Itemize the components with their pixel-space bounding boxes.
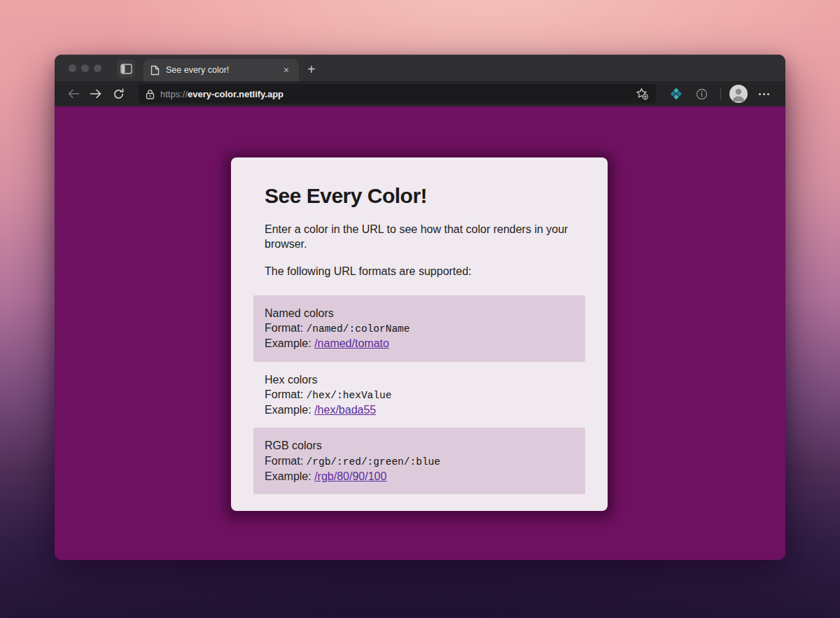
- example-label: Example:: [265, 337, 314, 349]
- new-tab-button[interactable]: +: [307, 62, 316, 76]
- page-viewport: See Every Color! Enter a color in the UR…: [55, 106, 785, 560]
- reload-icon: [113, 88, 125, 100]
- page-icon: [150, 65, 160, 76]
- format-item-name: Hex colors: [265, 372, 574, 387]
- lock-icon: [146, 89, 155, 99]
- teal-diamond-icon: [670, 87, 682, 100]
- page-title: See Every Color!: [265, 184, 574, 208]
- forward-button[interactable]: [87, 85, 105, 103]
- window-controls: [69, 55, 102, 81]
- back-button[interactable]: [64, 85, 83, 103]
- navigation-toolbar: https:// every-color.netlify.app: [55, 81, 785, 106]
- tab-close-icon[interactable]: ×: [281, 64, 292, 76]
- back-arrow-icon: [67, 89, 80, 99]
- example-label: Example:: [265, 404, 314, 416]
- extension-icon[interactable]: [666, 85, 687, 103]
- url-scheme: https://: [160, 89, 188, 99]
- minimize-window-button[interactable]: [81, 64, 89, 72]
- desktop-background: See every color! × +: [0, 0, 840, 618]
- format-code: /rgb/:red/:green/:blue: [307, 456, 440, 468]
- example-label: Example:: [265, 470, 314, 482]
- zoom-window-button[interactable]: [94, 64, 102, 72]
- more-menu-icon[interactable]: [752, 93, 776, 95]
- address-bar[interactable]: https:// every-color.netlify.app: [139, 84, 656, 104]
- url-host: every-color.netlify.app: [188, 89, 284, 99]
- example-line: Example: /hex/bada55: [265, 402, 574, 417]
- format-code: /named/:colorName: [307, 323, 410, 335]
- example-link-named-tomato[interactable]: /named/tomato: [314, 337, 389, 349]
- format-label: Format:: [265, 388, 307, 400]
- forward-arrow-icon: [90, 89, 102, 99]
- format-label: Format:: [265, 455, 307, 467]
- reload-button[interactable]: [109, 85, 127, 103]
- format-line: Format: /named/:colorName: [265, 321, 574, 336]
- format-list: Named colors Format: /named/:colorName E…: [253, 295, 585, 494]
- format-item-rgb: RGB colors Format: /rgb/:red/:green/:blu…: [253, 428, 585, 494]
- info-icon[interactable]: [691, 85, 712, 103]
- close-window-button[interactable]: [69, 64, 76, 72]
- browser-window: See every color! × +: [55, 55, 785, 560]
- tab-see-every-color[interactable]: See every color! ×: [144, 59, 299, 81]
- example-line: Example: /rgb/80/90/100: [265, 469, 574, 484]
- format-item-named: Named colors Format: /named/:colorName E…: [253, 295, 585, 362]
- example-line: Example: /named/tomato: [265, 336, 574, 351]
- person-icon: [729, 85, 748, 103]
- format-line: Format: /hex/:hexValue: [265, 387, 574, 402]
- toolbar-divider: [720, 88, 721, 99]
- vertical-tabs-button[interactable]: [117, 59, 135, 78]
- example-link-hex-bada55[interactable]: /hex/bada55: [314, 404, 376, 416]
- intro-paragraph: Enter a color in the URL to see how that…: [265, 222, 574, 252]
- format-item-name: RGB colors: [265, 438, 574, 453]
- format-code: /hex/:hexValue: [307, 390, 392, 401]
- tab-title: See every color!: [166, 65, 281, 75]
- format-line: Format: /rgb/:red/:green/:blue: [265, 454, 574, 469]
- content-card: See Every Color! Enter a color in the UR…: [231, 157, 608, 511]
- format-label: Format:: [265, 322, 307, 334]
- info-circle-icon: [696, 88, 708, 100]
- profile-avatar[interactable]: [729, 85, 748, 103]
- format-item-hex: Hex colors Format: /hex/:hexValue Exampl…: [253, 362, 585, 428]
- add-favorite-icon[interactable]: [636, 87, 649, 100]
- format-item-name: Named colors: [265, 306, 574, 321]
- lead-paragraph: The following URL formats are supported:: [265, 264, 574, 279]
- example-link-rgb-80-90-100[interactable]: /rgb/80/90/100: [314, 470, 386, 482]
- vertical-tabs-icon: [120, 64, 132, 74]
- tab-strip: See every color! × +: [55, 55, 785, 81]
